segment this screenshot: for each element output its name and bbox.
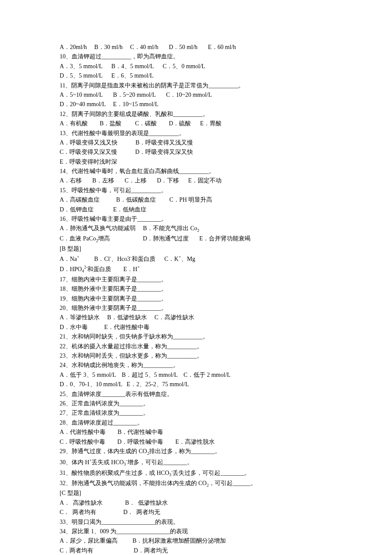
text-line: 28、血清钾浓度超过________。	[60, 418, 332, 428]
text-line: 26、正常血清钙浓度为________。	[60, 399, 332, 408]
text-line: 22、机体的摄入水量超过排出水量，称为__________。	[60, 342, 332, 351]
text-line: A．3、5 mmol/L B．4、5 mmol/L C．5、0 mmol/L	[60, 62, 332, 71]
text-line: D．低钾血症 E．低钠血症	[60, 205, 332, 214]
text-line: 30、体内 H+丢失或 HCO3-增多，可引起________。	[60, 457, 332, 468]
text-line: 27、正常血清镁浓度为________。	[60, 408, 332, 418]
text-line: A．高碳酸血症 B．低碳酸血症 C．PH 明显升高	[60, 195, 332, 205]
text-line: D．水中毒 E．代谢性酸中毒	[60, 323, 332, 332]
text-line: A．尿少，尿比重偏高 B．抗利尿激素增加醛固酮分泌增加	[60, 536, 332, 546]
text-line: D．20~40 mmol/L E．10~15 mmol/L	[60, 100, 332, 109]
text-line: A．肺泡通气及换气功能减弱 B．不能充气排出 Co2	[60, 224, 332, 234]
text-line: 32、肺泡通气及换气功能减弱，不能排出体内生成的 CO2，可引起______。	[60, 479, 332, 489]
text-line: 33、明显口渴为__________________的表现。	[60, 517, 332, 527]
text-line: D．HPO42-和蛋白质 E．H+	[60, 264, 332, 275]
text-line: D．5、5 mmol/L E．6、5 mmol/L	[60, 71, 332, 81]
text-line: 13、代谢性酸中毒最明显的表现是__________。	[60, 129, 332, 138]
text-line: 21、水和钠同时缺失，但失钠多于缺水称为__________。	[60, 332, 332, 341]
text-line: C．血液 PaCo2增高 D．肺泡通气过度 E．合并肾功能衰竭	[60, 234, 332, 244]
text-line: [C 型题]	[60, 489, 332, 498]
text-line: A．代谢性酸中毒 B．代谢性碱中毒	[60, 428, 332, 437]
text-line: 18、细胞外液中主要阳离子是________。	[60, 284, 332, 294]
text-line: 20、细胞外液中主要阴离子是________。	[60, 304, 332, 313]
text-line: 16、呼吸性碱中毒主要是由于________。	[60, 214, 332, 224]
text-line: 11、阴离子间隙是指血浆中未被检出的阴离子是正常值为__________。	[60, 81, 332, 90]
text-line: A．低于 3、5 mmol/L B．超过 5、5 mmol/L C．低于 2 m…	[60, 370, 332, 380]
text-line: 24、水和钠成比例地丧失，称为__________。	[60, 361, 332, 370]
text-line: C．两者均有 D．两者均无	[60, 546, 332, 555]
text-line: 10、血清钾超过__________，即为高钾血症。	[60, 52, 332, 61]
text-line: 29、肺通气过度，体内生成的 CO2排出过多，称为________。	[60, 447, 332, 457]
text-line: A．20ml/h B．30 ml/h C．40 ml/h D．50 ml/h E…	[60, 43, 332, 52]
text-line: A．右移 B．左移 C．上移 D．下移 E．固定不动	[60, 176, 332, 185]
text-line: 19、细胞内液中主要阴离子是________。	[60, 294, 332, 304]
text-line: 31、酸性物质的积聚或产生过多，或 HCO3-丢失过多，可引起________。	[60, 468, 332, 478]
text-line: A．呼吸变得又浅又快 B．呼吸变得又浅又慢	[60, 138, 332, 147]
text-line: A． 高渗性缺水 B． 低渗性缺水	[60, 498, 332, 508]
text-line: A．等渗性缺水 B．低渗性缺水 C．高渗性缺水	[60, 313, 332, 322]
text-line: A．5~10 mmol/L B．5~20 mmol/L C．10~20 mmol…	[60, 90, 332, 100]
text-line: C．呼吸性酸中毒 D．呼吸性碱中毒 E．高渗性脱水	[60, 437, 332, 447]
text-line: 34、尿比重 1、009 为__________________的表现	[60, 527, 332, 536]
text-line: 25、血清钾浓度________表示有低钾血症。	[60, 390, 332, 399]
text-line: 12、阴离子间隙的主要组成是磷酸、乳酸和__________。	[60, 110, 332, 119]
text-line: 23、水和钠同时丢失，但缺水更多，称为__________。	[60, 351, 332, 361]
text-line: 17、细胞内液中主要阳离子是________。	[60, 275, 332, 284]
text-line: C．呼吸变得又深又慢 D．呼吸变得又深又快	[60, 147, 332, 157]
text-line: 15、呼吸性酸中毒，可引起__________。	[60, 186, 332, 195]
text-line: 14、代谢性碱中毒时，氧合血红蛋白高解曲线__________。	[60, 167, 332, 176]
document-content: A．20ml/h B．30 ml/h C．40 ml/h D．50 ml/h E…	[60, 43, 332, 555]
text-line: [B 型题]	[60, 244, 332, 254]
text-line: E．呼吸变得时浅时深	[60, 157, 332, 167]
text-line: A．Na+ B．Cl-、Hco3-和蛋白质 C．K+、Mg	[60, 254, 332, 264]
text-line: A．有机酸 B．盐酸 C．碳酸 D．硫酸 E．胃酸	[60, 119, 332, 128]
text-line: D．0、70-1、10 mmol/L E．2、25-2、75 mmol/L	[60, 380, 332, 389]
text-line: C． 两者均有 D． 两者均无	[60, 508, 332, 517]
